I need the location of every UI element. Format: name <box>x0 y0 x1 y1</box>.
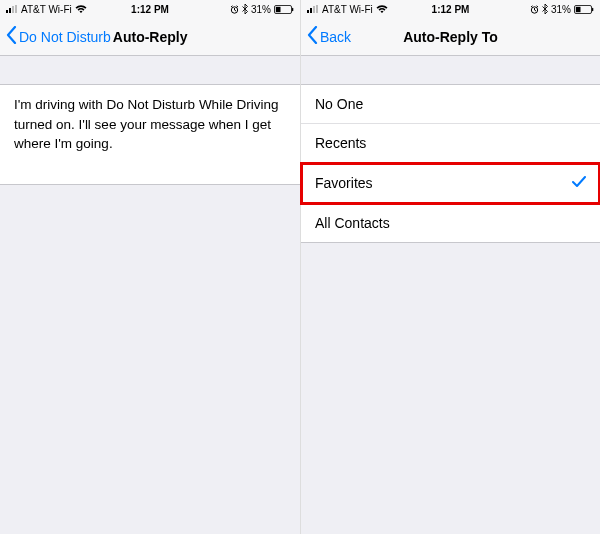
back-button[interactable]: Back <box>307 26 351 47</box>
option-label: Favorites <box>315 175 373 191</box>
back-button[interactable]: Do Not Disturb <box>6 26 111 47</box>
option-all-contacts[interactable]: All Contacts <box>301 204 600 243</box>
back-label: Do Not Disturb <box>19 29 111 45</box>
option-recents[interactable]: Recents <box>301 124 600 163</box>
screen-auto-reply-message: AT&T Wi-Fi 1:12 PM 31% Do Not Disturb <box>0 0 300 534</box>
content-area: No One Recents Favorites All Contacts <box>301 56 600 534</box>
status-bar: AT&T Wi-Fi 1:12 PM 31% <box>0 0 300 18</box>
back-label: Back <box>320 29 351 45</box>
chevron-left-icon <box>6 26 17 47</box>
option-label: No One <box>315 96 363 112</box>
chevron-left-icon <box>307 26 318 47</box>
checkmark-icon <box>572 174 586 192</box>
page-title: Auto-Reply <box>113 29 188 45</box>
section-spacer <box>301 56 600 84</box>
auto-reply-text[interactable]: I'm driving with Do Not Disturb While Dr… <box>0 84 300 185</box>
option-no-one[interactable]: No One <box>301 84 600 124</box>
auto-reply-message: I'm driving with Do Not Disturb While Dr… <box>14 97 278 151</box>
option-favorites[interactable]: Favorites <box>301 163 600 204</box>
nav-bar: Back Auto-Reply To <box>301 18 600 56</box>
screen-auto-reply-to: AT&T Wi-Fi 1:12 PM 31% Back Auto- <box>300 0 600 534</box>
option-label: All Contacts <box>315 215 390 231</box>
option-label: Recents <box>315 135 366 151</box>
nav-bar: Do Not Disturb Auto-Reply <box>0 18 300 56</box>
status-bar: AT&T Wi-Fi 1:12 PM 31% <box>301 0 600 18</box>
content-area: I'm driving with Do Not Disturb While Dr… <box>0 56 300 534</box>
section-spacer <box>0 56 300 84</box>
status-time: 1:12 PM <box>301 4 600 15</box>
status-time: 1:12 PM <box>0 4 300 15</box>
